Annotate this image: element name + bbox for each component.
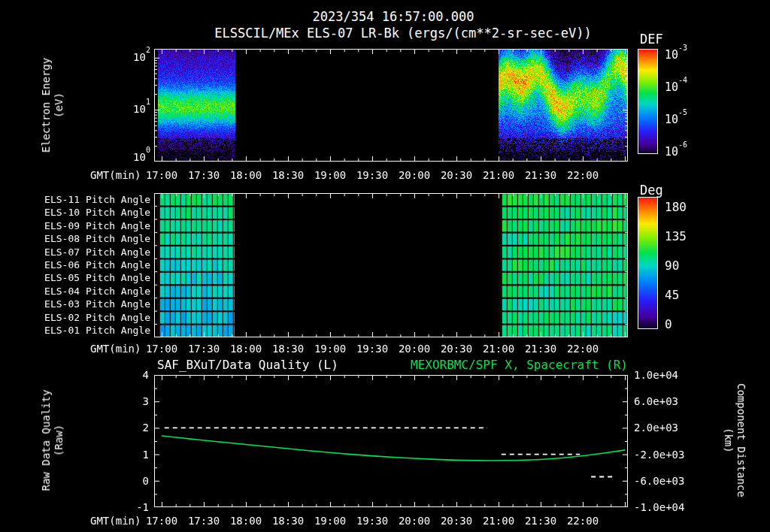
pitch-row-label: ELS-10 Pitch Angle (44, 207, 150, 219)
quality-ylabel-line2: (Raw) (53, 390, 65, 491)
quality-distance-plot (0, 371, 770, 514)
xtick-label: 17:30 (188, 343, 220, 355)
spacecraft-series-title: MEXORBMC/SPF X, Spacecraft (R) (411, 358, 628, 372)
deg-colorbar-title: Deg (640, 183, 663, 198)
xaxis-unit-label: GMT(min) (90, 343, 141, 355)
xtick-label: 19:00 (314, 169, 346, 181)
def-tick-1e-6: 10-6 (665, 146, 687, 159)
xtick-label: 20:30 (441, 515, 472, 527)
pitch-row-label: ELS-08 Pitch Angle (44, 234, 150, 245)
xtick-label: 20:00 (399, 169, 430, 181)
def-tick-1e-4: 10-4 (665, 81, 687, 94)
xtick-label: 19:00 (314, 343, 346, 355)
pitch-row-label: ELS-06 Pitch Angle (44, 260, 150, 271)
spectrogram-display: 2023/354 16:57:00.000 ELSSCIL/MEx ELS-07… (0, 0, 770, 532)
def-tick-1e-5: 10-5 (665, 113, 687, 126)
pitch-row-label: ELS-02 Pitch Angle (44, 313, 150, 324)
left-ytick: 1 (126, 449, 149, 461)
right-ytick: 6.0e+03 (634, 395, 678, 407)
xtick-label: 19:00 (314, 515, 346, 527)
xtick-label: 21:30 (525, 169, 556, 181)
xtick-label: 21:30 (525, 515, 556, 527)
xtick-label: 18:00 (230, 169, 262, 181)
deg-tick-90: 90 (665, 259, 679, 273)
quality-ylabel-line1: Raw Data Quality (40, 390, 53, 491)
pitch-row-label: ELS-03 Pitch Angle (44, 299, 150, 310)
energy-ylabel-line2: (eV) (53, 58, 65, 153)
timestamp: 2023/354 16:57:00.000 (313, 10, 474, 25)
xtick-label: 21:30 (525, 343, 556, 355)
xtick-label: 21:00 (483, 343, 514, 355)
distance-ylabel-line1: Component Distance (735, 383, 747, 497)
deg-tick-135: 135 (665, 230, 687, 243)
deg-tick-0: 0 (665, 318, 672, 331)
distance-ylabel-line2: (km) (722, 383, 735, 497)
xtick-label: 20:00 (399, 515, 430, 527)
left-ytick: 4 (126, 369, 149, 381)
energy-ytick-1e2: 102 (123, 51, 150, 63)
xtick-label: 21:00 (483, 515, 514, 527)
pitch-row-label: ELS-07 Pitch Angle (44, 247, 150, 258)
left-ytick: 0 (126, 475, 149, 487)
deg-tick-45: 45 (665, 289, 679, 302)
xtick-label: 20:00 (399, 343, 430, 355)
quality-ylabel: Raw Data Quality (Raw) (40, 390, 65, 491)
xtick-label: 21:00 (483, 169, 514, 181)
right-ytick: -2.0e+03 (634, 449, 684, 461)
pitch-row-label: ELS-04 Pitch Angle (44, 286, 150, 298)
right-ytick: -1.0e+04 (634, 501, 684, 513)
xtick-label: 22:00 (567, 169, 599, 181)
xtick-label: 17:00 (146, 169, 177, 181)
xtick-label: 17:00 (146, 343, 177, 355)
pitch-row-label: ELS-09 Pitch Angle (44, 221, 150, 232)
right-ytick: 1.0e+04 (634, 369, 678, 381)
energy-spectrogram (0, 45, 770, 165)
xtick-label: 18:30 (272, 515, 304, 527)
energy-ylabel: Electron Energy (eV) (40, 58, 65, 153)
left-ytick: 2 (126, 422, 149, 434)
xtick-label: 17:30 (188, 169, 220, 181)
xtick-label: 18:30 (272, 169, 304, 181)
xtick-label: 19:30 (356, 343, 388, 355)
xtick-label: 17:30 (188, 515, 220, 527)
energy-ytick-1e0: 100 (123, 151, 150, 163)
xtick-label: 22:00 (567, 515, 599, 527)
xtick-label: 18:00 (230, 343, 262, 355)
pitch-row-label: ELS-01 Pitch Angle (44, 325, 150, 337)
pitch-row-label: ELS-05 Pitch Angle (44, 273, 150, 284)
xaxis-unit-label: GMT(min) (90, 515, 141, 527)
energy-ylabel-line1: Electron Energy (40, 58, 53, 153)
xtick-label: 19:30 (356, 169, 388, 181)
energy-ytick-1e1: 101 (123, 103, 150, 115)
quality-series-title: SAF_BXuT/Data Quality (L) (157, 358, 338, 372)
xtick-label: 19:30 (356, 515, 388, 527)
xtick-label: 20:30 (441, 343, 472, 355)
plot-title: ELSSCIL/MEx ELS-07 LR-Bk (ergs/(cm**2-sr… (214, 26, 592, 41)
distance-ylabel: Component Distance (km) (722, 383, 747, 497)
left-ytick: 3 (126, 395, 149, 407)
xtick-label: 18:00 (230, 515, 262, 527)
left-ytick: -1 (126, 501, 149, 513)
xtick-label: 17:00 (146, 515, 177, 527)
xtick-label: 20:30 (441, 169, 472, 181)
def-colorbar-title: DEF (640, 32, 663, 47)
def-tick-1e-3: 10-3 (665, 49, 687, 62)
deg-tick-180: 180 (665, 201, 687, 214)
pitch-row-label: ELS-11 Pitch Angle (44, 195, 150, 206)
xaxis-unit-label: GMT(min) (90, 169, 141, 181)
xtick-label: 18:30 (272, 343, 304, 355)
right-ytick: -6.0e+03 (634, 475, 684, 487)
right-ytick: 2.0e+03 (634, 422, 678, 434)
xtick-label: 22:00 (567, 343, 599, 355)
